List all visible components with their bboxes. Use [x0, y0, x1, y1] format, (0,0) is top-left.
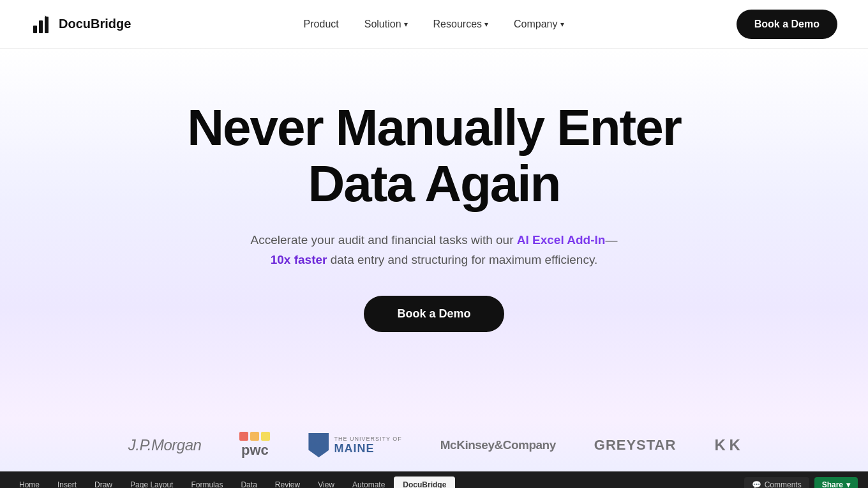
excel-tab-pagelayout[interactable]: Page Layout	[121, 477, 182, 489]
excel-tab-docubridge[interactable]: DocuBridge	[394, 477, 455, 489]
hero-subtitle: Accelerate your audit and financial task…	[251, 230, 618, 270]
excel-tab-data[interactable]: Data	[232, 477, 266, 489]
logo-text: DocuBridge	[59, 17, 131, 31]
nav-solution[interactable]: Solution ▾	[354, 13, 418, 35]
chevron-down-icon: ▾	[846, 480, 850, 489]
hero-section: Never Manually Enter Data Again Accelera…	[0, 49, 868, 419]
logo-pwc: pwc	[239, 432, 270, 459]
hero-title: Never Manually Enter Data Again	[187, 100, 681, 212]
hero-book-demo-button[interactable]: Book a Demo	[364, 296, 504, 332]
logo-jpmorgan: J.P.Morgan	[128, 436, 202, 454]
excel-tab-insert[interactable]: Insert	[49, 477, 86, 489]
excel-tab-review[interactable]: Review	[266, 477, 309, 489]
navbar: DocuBridge Product Solution ▾ Resources …	[0, 0, 868, 49]
nav-product[interactable]: Product	[294, 13, 349, 35]
logo-greystar: GREYSTAR	[594, 437, 677, 454]
logo[interactable]: DocuBridge	[31, 13, 131, 36]
nav-resources[interactable]: Resources ▾	[423, 13, 498, 35]
excel-share-button[interactable]: Share ▾	[814, 477, 858, 489]
nav-links: Product Solution ▾ Resources ▾ Company ▾	[294, 13, 574, 35]
excel-tab-home[interactable]: Home	[10, 477, 49, 489]
chevron-down-icon: ▾	[484, 20, 488, 29]
chevron-down-icon: ▾	[404, 20, 408, 29]
nav-company[interactable]: Company ▾	[504, 13, 574, 35]
logo-icon	[31, 13, 54, 36]
svg-rect-2	[45, 17, 49, 33]
excel-tab-formulas[interactable]: Formulas	[182, 477, 232, 489]
comment-icon: 💬	[752, 480, 761, 489]
excel-tab-automate[interactable]: Automate	[343, 477, 394, 489]
excel-bar-right: 💬 Comments Share ▾	[744, 477, 858, 489]
excel-taskbar: Home Insert Draw Page Layout Formulas Da…	[0, 471, 868, 488]
logo-mckinsey: McKinsey&Company	[440, 438, 556, 452]
excel-tab-draw[interactable]: Draw	[86, 477, 121, 489]
svg-rect-1	[39, 20, 43, 33]
excel-tab-view[interactable]: View	[309, 477, 343, 489]
logo-kk: K K	[714, 436, 740, 454]
logos-section: J.P.Morgan pwc THE UNIVERSITY OF MAINE M…	[0, 419, 868, 471]
excel-comments-button[interactable]: 💬 Comments	[744, 477, 809, 489]
nav-book-demo-button[interactable]: Book a Demo	[737, 10, 837, 39]
chevron-down-icon: ▾	[560, 20, 564, 29]
svg-rect-0	[33, 26, 37, 33]
logo-umaine: THE UNIVERSITY OF MAINE	[308, 433, 401, 457]
